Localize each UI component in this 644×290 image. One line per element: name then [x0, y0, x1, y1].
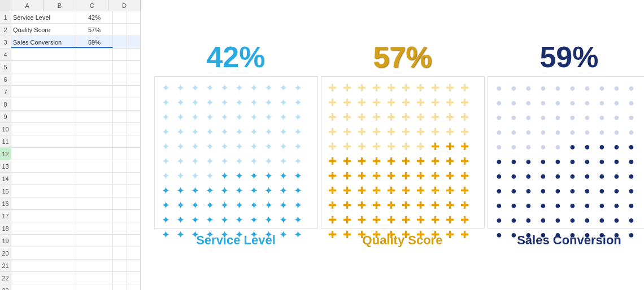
icon-cell-37: ✚	[429, 125, 442, 139]
icon-cell-46: ●	[581, 140, 594, 153]
cell-a-9	[11, 111, 76, 122]
icon-cell-2: ●	[522, 81, 536, 95]
cell-b-18	[76, 222, 113, 234]
cell-c-3	[113, 36, 127, 48]
sheet-row-3[interactable]: 3 Sales Conversion 59%	[0, 36, 141, 49]
row-number: 16	[0, 197, 11, 209]
icon-cell-100: ●	[493, 228, 506, 241]
icon-cell-69: ✦	[291, 169, 305, 183]
icon-cell-96: ✚	[414, 213, 428, 227]
sales-conversion-label: Sales Conversion	[517, 233, 621, 248]
icon-cell-16: ✦	[247, 96, 261, 109]
icon-cell-59: ✦	[291, 155, 305, 168]
quality-score-percent: 57%	[373, 42, 432, 72]
icon-cell-26: ✚	[414, 111, 428, 124]
icon-cell-87: ●	[595, 199, 609, 212]
icon-cell-81: ✦	[174, 199, 188, 212]
cell-c-18	[113, 222, 127, 234]
icon-cell-76: ●	[581, 184, 594, 197]
icon-cell-10: ✦	[159, 96, 173, 109]
cell-c-8	[113, 98, 127, 110]
icon-cell-15: ●	[566, 96, 580, 109]
icon-cell-62: ●	[522, 169, 536, 183]
cell-b-2[interactable]: 57%	[76, 24, 113, 36]
icon-cell-92: ✦	[189, 213, 202, 227]
icon-cell-19: ✚	[458, 96, 472, 109]
icon-cell-81: ●	[507, 199, 521, 212]
icon-cell-10: ✚	[326, 96, 340, 109]
col-header-b: B	[43, 0, 76, 11]
icon-cell-28: ●	[610, 111, 624, 124]
icon-cell-13: ✚	[370, 96, 384, 109]
icon-cell-63: ●	[537, 169, 550, 183]
icon-cell-44: ●	[551, 140, 565, 153]
icon-cell-79: ✚	[458, 184, 472, 197]
icon-cell-75: ●	[566, 184, 580, 197]
icon-cell-4: ✦	[218, 81, 232, 95]
cell-d-20	[127, 247, 141, 259]
icon-cell-14: ✚	[385, 96, 398, 109]
icon-cell-96: ✦	[247, 213, 261, 227]
icon-cell-30: ✦	[159, 125, 173, 139]
icon-cell-47: ✚	[429, 140, 442, 153]
icon-cell-33: ✚	[370, 125, 384, 139]
cell-a-1[interactable]: Service Level	[11, 11, 76, 23]
sheet-row-2[interactable]: 2 Quality Score 57%	[0, 24, 141, 36]
icon-cell-22: ✚	[355, 111, 369, 124]
row-number: 21	[0, 260, 11, 271]
icon-cell-71: ●	[507, 184, 521, 197]
icon-cell-6: ✚	[414, 81, 428, 95]
icon-cell-61: ✦	[174, 169, 188, 183]
sheet-row-18: 18	[0, 222, 141, 235]
row-number: 7	[0, 86, 11, 98]
icon-cell-8: ✚	[443, 81, 457, 95]
icon-cell-43: ✚	[370, 140, 384, 153]
icon-cell-79: ●	[625, 184, 638, 197]
icon-cell-3: ●	[537, 81, 550, 95]
icon-cell-38: ✦	[277, 125, 290, 139]
icon-cell-82: ✦	[189, 199, 202, 212]
cell-c-4	[113, 49, 127, 60]
cell-c-7	[113, 86, 127, 98]
icon-cell-51: ✚	[341, 155, 354, 168]
cell-d-4	[127, 49, 141, 60]
icon-cell-9: ●	[625, 81, 638, 95]
icon-cell-39: ✚	[458, 125, 472, 139]
icon-cell-19: ●	[625, 96, 638, 109]
icon-cell-7: ●	[595, 81, 609, 95]
cell-d-10	[127, 123, 141, 135]
sheet-row-15: 15	[0, 185, 141, 197]
icon-cell-42: ✚	[355, 140, 369, 153]
icon-cell-5: ●	[566, 81, 580, 95]
icon-cell-35: ✚	[399, 125, 413, 139]
icon-cell-69: ●	[625, 169, 638, 183]
cell-b-12	[76, 148, 113, 160]
cell-a-2[interactable]: Quality Score	[11, 24, 76, 36]
cell-a-15	[11, 185, 76, 197]
icon-cell-65: ✚	[399, 169, 413, 183]
row-number: 19	[0, 235, 11, 247]
icon-cell-2: ✦	[189, 81, 202, 95]
cell-a-12	[11, 148, 76, 160]
sheet-row-1[interactable]: 1 Service Level 42%	[0, 11, 141, 24]
icon-cell-76: ✚	[414, 184, 428, 197]
icon-cell-12: ●	[522, 96, 536, 109]
icon-cell-59: ✚	[458, 155, 472, 168]
icon-cell-90: ●	[493, 213, 506, 227]
icon-cell-22: ●	[522, 111, 536, 124]
icon-cell-20: ●	[493, 111, 506, 124]
icon-cell-36: ✚	[414, 125, 428, 139]
icon-cell-109: ●	[625, 228, 638, 241]
icon-cell-51: ✦	[174, 155, 188, 168]
icon-cell-19: ✦	[291, 96, 305, 109]
cell-c-9	[113, 111, 127, 122]
cell-a-20	[11, 247, 76, 259]
icon-cell-54: ●	[551, 155, 565, 168]
cell-a-5	[11, 61, 76, 73]
cell-b-1[interactable]: 42%	[76, 11, 113, 23]
cell-b-3[interactable]: 59%	[76, 36, 113, 48]
icon-cell-44: ✚	[385, 140, 398, 153]
icon-cell-18: ●	[610, 96, 624, 109]
cell-d-19	[127, 235, 141, 247]
cell-a-3[interactable]: Sales Conversion	[11, 36, 76, 48]
